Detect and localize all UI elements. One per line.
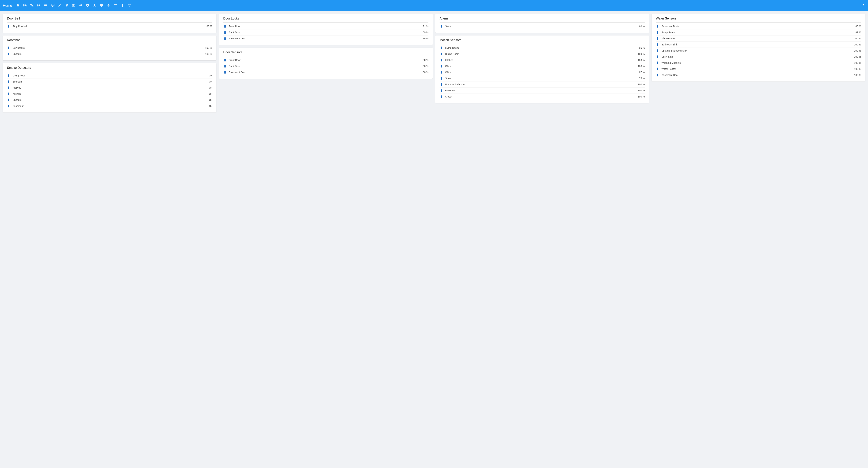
sensor-name: Utility Sink bbox=[661, 55, 854, 58]
water-icon bbox=[656, 73, 659, 76]
battery-icon[interactable] bbox=[121, 3, 124, 8]
sensor-name: Upstairs Bathroom Sink bbox=[661, 49, 854, 52]
door-bell-card: Door Bell Ring Doorbell 83 % bbox=[3, 14, 216, 33]
list-item: Living Room 95 % bbox=[440, 45, 645, 51]
motion-icon bbox=[440, 65, 443, 68]
water-sensors-card: Water Sensors Basement Drain 80 % Sump P… bbox=[652, 14, 865, 82]
sensor-name: Basement Door bbox=[661, 74, 854, 76]
sensor-name: Living Room bbox=[445, 46, 639, 49]
list-item: Basement Door 100 % bbox=[223, 69, 428, 75]
column-1: Door Bell Ring Doorbell 83 % Roombas Dow… bbox=[3, 14, 216, 113]
sensor-name: Basement Door bbox=[229, 71, 422, 74]
motion-icon bbox=[440, 71, 443, 74]
list-icon[interactable] bbox=[114, 3, 117, 8]
list-item: Downstairs 100 % bbox=[7, 45, 212, 51]
sensor-value: 100 % bbox=[422, 71, 428, 74]
sensor-name: Basement Drain bbox=[661, 25, 856, 28]
list-item: Upstairs Ok bbox=[7, 97, 212, 103]
door-sensor-icon bbox=[223, 71, 227, 74]
sensor-name: Hallway bbox=[12, 86, 209, 89]
motion-icon bbox=[440, 53, 443, 56]
motion-icon bbox=[440, 77, 443, 80]
edit-icon[interactable] bbox=[58, 3, 61, 8]
home-icon[interactable] bbox=[16, 3, 20, 8]
sensor-name: Kitchen bbox=[445, 59, 638, 61]
list-item: Office 87 % bbox=[440, 69, 645, 75]
tools-icon[interactable] bbox=[30, 3, 34, 8]
sensor-value: 95 % bbox=[639, 46, 645, 49]
list-item: Front Door 91 % bbox=[223, 23, 428, 29]
list-item: Office 100 % bbox=[440, 63, 645, 69]
list-item: Front Door 100 % bbox=[223, 57, 428, 63]
sensor-name: Office bbox=[445, 71, 639, 74]
couch-icon[interactable] bbox=[44, 3, 48, 8]
water-sensors-title: Water Sensors bbox=[656, 17, 861, 20]
lock-icon bbox=[223, 31, 227, 34]
sensor-value: 100 % bbox=[638, 65, 645, 67]
smoke-icon bbox=[7, 98, 10, 101]
sensor-name: Kitchen Sink bbox=[661, 37, 854, 40]
sensor-name: Upstairs Bathroom bbox=[445, 83, 638, 86]
smoke-detectors-title: Smoke Detectors bbox=[7, 66, 212, 70]
column-4: Water Sensors Basement Drain 80 % Sump P… bbox=[652, 14, 865, 82]
list-item: Kitchen 100 % bbox=[440, 57, 645, 63]
list-item: Basement Ok bbox=[7, 103, 212, 109]
sensor-name: Dining Room bbox=[445, 53, 638, 55]
sensor-name: Front Door bbox=[229, 25, 423, 28]
door-locks-card: Door Locks Front Door 91 % Back Door 59 … bbox=[219, 14, 433, 45]
sensor-value: 100 % bbox=[854, 74, 861, 76]
sensor-value: 98 % bbox=[423, 37, 428, 40]
sensor-value: 80 % bbox=[856, 25, 861, 28]
target-icon[interactable] bbox=[86, 3, 89, 8]
water-icon bbox=[656, 61, 659, 64]
roomba-icon bbox=[7, 53, 10, 56]
sensor-value: 83 % bbox=[207, 25, 212, 28]
tune-icon[interactable] bbox=[128, 3, 131, 8]
shield-icon[interactable] bbox=[100, 3, 103, 8]
sensor-value: Ok bbox=[209, 92, 212, 95]
bedroom-icon[interactable] bbox=[37, 3, 40, 8]
sensor-value: 100 % bbox=[854, 55, 861, 58]
lock-icon bbox=[223, 37, 227, 40]
list-item: Upstairs 100 % bbox=[7, 51, 212, 57]
sensor-value: 100 % bbox=[422, 65, 428, 67]
list-item: Washing Machine 100 % bbox=[656, 60, 861, 66]
monitor-icon[interactable] bbox=[51, 3, 55, 8]
smoke-icon bbox=[7, 92, 10, 95]
smoke-icon bbox=[7, 86, 10, 89]
more-options-icon[interactable]: ⋮ bbox=[862, 3, 865, 8]
sensor-value: 100 % bbox=[638, 95, 645, 98]
motion-icon bbox=[440, 95, 443, 98]
building-icon[interactable] bbox=[72, 3, 75, 8]
sensor-value: 91 % bbox=[423, 25, 428, 28]
list-item: Upstairs Bathroom Sink 100 % bbox=[656, 48, 861, 54]
list-item: Back Door 59 % bbox=[223, 29, 428, 35]
mic-icon[interactable] bbox=[107, 3, 110, 8]
sensor-name: Living Room bbox=[12, 74, 209, 77]
sensor-name: Bathroom Sink bbox=[661, 43, 854, 46]
list-item: Bathroom Sink 100 % bbox=[656, 42, 861, 48]
motion-icon bbox=[440, 59, 443, 62]
pin-icon[interactable] bbox=[65, 3, 68, 8]
door-locks-title: Door Locks bbox=[223, 17, 428, 20]
roombas-card: Roombas Downstairs 100 % Upstairs 100 % bbox=[3, 35, 216, 60]
nav-icons bbox=[16, 3, 862, 8]
list-item: Basement Door 98 % bbox=[223, 35, 428, 41]
roomba-icon bbox=[7, 46, 10, 50]
list-item: Utility Sink 100 % bbox=[656, 54, 861, 60]
column-2: Door Locks Front Door 91 % Back Door 59 … bbox=[219, 14, 433, 79]
navigation-icon[interactable] bbox=[93, 3, 96, 8]
water-icon bbox=[656, 55, 659, 58]
water-icon bbox=[656, 67, 659, 70]
list-item: Sump Pump 87 % bbox=[656, 29, 861, 35]
group-icon[interactable] bbox=[79, 3, 82, 8]
sensor-name: Kitchen bbox=[12, 92, 209, 95]
sensor-name: Back Door bbox=[229, 31, 423, 34]
sensor-value: Ok bbox=[209, 74, 212, 77]
sensor-value: 60 % bbox=[639, 25, 645, 28]
bed-icon[interactable] bbox=[23, 3, 27, 8]
sensor-value: 100 % bbox=[854, 37, 861, 40]
sensor-value: 100 % bbox=[638, 53, 645, 55]
water-icon bbox=[656, 25, 659, 28]
sensor-value: 100 % bbox=[638, 59, 645, 61]
